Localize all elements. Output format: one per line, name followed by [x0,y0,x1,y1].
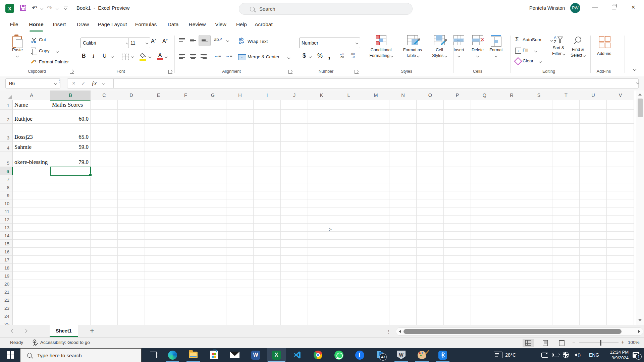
cell-K4[interactable] [308,142,335,152]
row-header-25[interactable]: 25 [0,320,13,325]
row-header-3[interactable]: 3 [0,124,13,142]
cell-J16[interactable] [281,248,308,256]
cell-G9[interactable] [199,191,226,199]
row-header-19[interactable]: 19 [0,272,13,280]
taskbar-excel[interactable]: X [267,348,286,362]
cell-B3[interactable]: 65.0 [50,124,91,142]
cell-V20[interactable] [607,280,634,288]
cell-A15[interactable] [13,240,50,248]
cell-K22[interactable] [308,296,335,304]
cell-T14[interactable] [552,232,580,240]
cell-M6[interactable] [362,167,389,175]
save-icon[interactable] [19,4,27,13]
minimize-button[interactable]: — [588,1,602,13]
fill-chevron-icon[interactable] [534,50,537,52]
cell-H23[interactable] [226,304,254,312]
cell-K3[interactable] [308,124,335,142]
clear-button[interactable]: Clear [523,58,533,63]
cell-V7[interactable] [607,175,634,183]
cell-N14[interactable] [389,232,417,240]
cell-Q22[interactable] [471,296,498,304]
column-header-E[interactable]: E [145,90,172,100]
tablet-mode-icon[interactable] [541,348,548,362]
cell-H17[interactable] [226,256,254,264]
cell-A10[interactable] [13,199,50,207]
taskbar-mail[interactable] [225,348,244,362]
formula-input[interactable] [113,78,639,88]
cell-N4[interactable] [389,142,417,152]
cell-F2[interactable] [172,110,199,124]
cell-L22[interactable] [335,296,362,304]
copy-button[interactable]: Copy [39,48,50,53]
cell-J2[interactable] [281,110,308,124]
cell-C5[interactable] [91,152,118,167]
tab-insert[interactable]: Insert [50,17,68,32]
merge-center-button[interactable]: Merge & Center [248,54,279,59]
cell-R21[interactable] [498,288,525,296]
cell-E7[interactable] [145,175,172,183]
cell-T22[interactable] [552,296,580,304]
cell-L3[interactable] [335,124,362,142]
cell-I22[interactable] [254,296,281,304]
column-header-A[interactable]: A [13,90,51,100]
cell-U3[interactable] [580,124,607,142]
cell-U4[interactable] [580,142,607,152]
cell-U10[interactable] [580,199,607,207]
scroll-up-icon[interactable] [638,93,642,96]
cell-I24[interactable] [254,312,281,320]
cell-I23[interactable] [254,304,281,312]
cell-E1[interactable] [145,100,172,110]
cell-T12[interactable] [552,216,580,224]
cell-S16[interactable] [525,248,552,256]
autosum-button[interactable]: AutoSum [523,37,541,42]
cut-button[interactable]: Cut [39,37,46,42]
cell-F18[interactable] [172,264,199,272]
notification-center[interactable]: 1 [633,348,639,362]
task-view-button[interactable] [145,348,162,362]
cell-U14[interactable] [580,232,607,240]
cell-K11[interactable] [308,207,335,216]
row-header-14[interactable]: 14 [0,232,13,240]
cell-M5[interactable] [362,152,389,167]
cell-G18[interactable] [199,264,226,272]
cell-G23[interactable] [199,304,226,312]
cell-J17[interactable] [281,256,308,264]
taskbar-edge[interactable] [163,348,182,362]
cell-N3[interactable] [389,124,417,142]
cell-L9[interactable] [335,191,362,199]
cell-N7[interactable] [389,175,417,183]
cell-Q16[interactable] [471,248,498,256]
cell-K12[interactable] [308,216,335,224]
cell-V3[interactable] [607,124,634,142]
cell-M16[interactable] [362,248,389,256]
cell-C7[interactable] [91,175,118,183]
cell-R25[interactable] [498,320,525,325]
row-header-6[interactable]: 6 [0,167,13,175]
zoom-slider-track[interactable] [579,343,619,343]
cell-O18[interactable] [417,264,444,272]
cell-I9[interactable] [254,191,281,199]
taskbar-paint[interactable] [413,348,431,362]
cell-E8[interactable] [145,183,172,191]
cell-P10[interactable] [444,199,471,207]
cell-P1[interactable] [444,100,471,110]
cell-R20[interactable] [498,280,525,288]
font-color-chevron-icon[interactable] [165,55,167,58]
cell-C11[interactable] [91,207,118,216]
cell-S11[interactable] [525,207,552,216]
cell-F22[interactable] [172,296,199,304]
cell-D25[interactable] [118,320,145,325]
cell-D22[interactable] [118,296,145,304]
column-header-L[interactable]: L [335,90,363,100]
battery-icon[interactable] [552,348,559,362]
cell-V18[interactable] [607,264,634,272]
cell-T11[interactable] [552,207,580,216]
orientation-icon[interactable]: ab↗ [214,37,222,42]
cell-P25[interactable] [444,320,471,325]
cell-K16[interactable] [308,248,335,256]
cell-Q17[interactable] [471,256,498,264]
cell-T1[interactable] [552,100,580,110]
cell-S5[interactable] [525,152,552,167]
cell-H8[interactable] [226,183,254,191]
cell-F10[interactable] [172,199,199,207]
